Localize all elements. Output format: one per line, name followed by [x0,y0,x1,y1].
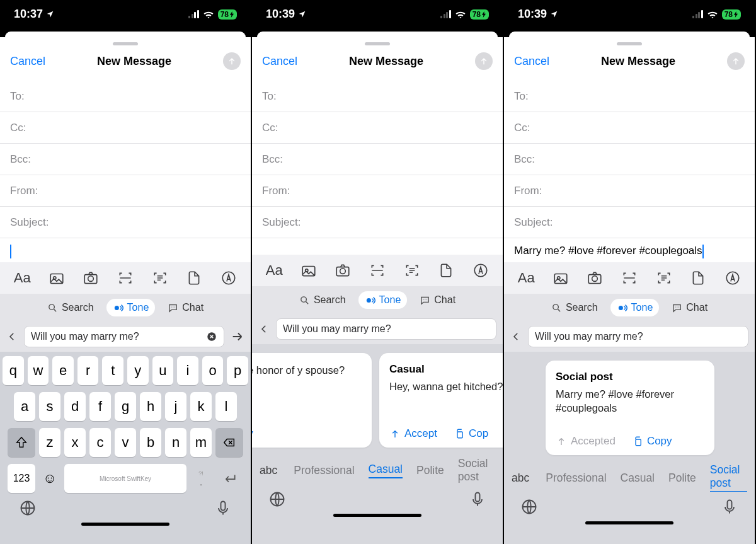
accept-button[interactable]: Accept [389,427,437,440]
camera-icon[interactable] [585,269,604,287]
key-f[interactable]: f [89,392,111,421]
key-z[interactable]: z [39,428,60,457]
key-m[interactable]: m [190,428,212,457]
key-x[interactable]: x [64,428,86,457]
tone-input[interactable]: Will you may marry me? [24,326,224,347]
cc-field[interactable]: Cc: [504,112,755,144]
chat-action[interactable]: Chat [161,299,210,316]
tone-tab-social-post[interactable]: Social post [710,463,747,492]
key-u[interactable]: u [152,356,174,385]
subject-field[interactable]: Subject: [252,207,503,238]
message-body[interactable] [252,238,503,255]
cc-field[interactable]: Cc: [0,112,251,144]
key-n[interactable]: n [165,428,186,457]
attachment-icon[interactable] [437,261,455,280]
chat-action[interactable]: Chat [665,299,714,316]
tone-input[interactable]: Will you may marry me? [528,326,748,347]
back-chevron-icon[interactable] [6,331,18,342]
sheet-grabber[interactable] [365,42,390,45]
tone-action[interactable]: Tone [358,291,408,309]
send-button[interactable] [475,52,493,70]
to-field[interactable]: To: [252,81,503,112]
live-text-icon[interactable] [655,269,673,287]
tone-card[interactable]: Social post Marry me? #love #forever #co… [546,361,714,455]
key-q[interactable]: q [3,356,24,385]
key-g[interactable]: g [115,392,136,421]
scan-icon[interactable] [368,261,387,280]
key-l[interactable]: l [215,392,237,421]
tone-tab-social-post[interactable]: Social post [458,457,495,483]
from-field[interactable]: From: [0,175,251,207]
key-k[interactable]: k [190,392,212,421]
submit-arrow-icon[interactable] [231,330,244,344]
copy-button[interactable]: Copy [632,435,672,448]
camera-icon[interactable] [81,269,100,287]
copy-button[interactable]: Cop [454,427,488,440]
chat-action[interactable]: Chat [413,291,462,309]
cancel-button[interactable]: Cancel [10,55,45,68]
format-text-icon[interactable]: Aa [13,269,32,287]
key-h[interactable]: h [140,392,161,421]
tone-tab-professional[interactable]: Professional [294,464,354,477]
home-indicator[interactable] [333,514,421,517]
key-y[interactable]: y [127,356,149,385]
globe-icon[interactable] [520,498,538,516]
tone-tab-polite[interactable]: Polite [668,472,696,485]
photo-library-icon[interactable] [551,269,570,287]
from-field[interactable]: From: [252,175,503,207]
message-body[interactable] [0,238,251,262]
key-s[interactable]: s [39,392,60,421]
key-r[interactable]: r [77,356,99,385]
search-action[interactable]: Search [41,299,100,316]
scan-icon[interactable] [116,269,135,287]
tone-tab-casual[interactable]: Casual [369,463,403,478]
markup-icon[interactable] [219,269,238,287]
tone-cards-scroller[interactable]: Social post Marry me? #love #forever #co… [504,352,755,464]
mic-icon[interactable] [721,498,738,516]
format-text-icon[interactable]: Aa [265,261,284,280]
home-indicator[interactable] [585,521,673,524]
bcc-field[interactable]: Bcc: [0,144,251,175]
message-body[interactable]: Marry me? #love #forever #couplegoals [504,238,755,262]
scan-icon[interactable] [620,269,639,287]
key-return[interactable] [215,464,243,493]
mic-icon[interactable] [469,490,486,508]
sheet-grabber[interactable] [617,42,642,45]
tone-tab-abc[interactable]: abc [512,472,529,485]
live-text-icon[interactable] [403,261,421,280]
tone-action[interactable]: Tone [106,299,156,316]
key-shift[interactable] [8,428,35,457]
to-field[interactable]: To: [504,81,755,112]
key-j[interactable]: j [165,392,186,421]
tone-cards-scroller[interactable]: o me the honor of y spouse? Copy Casual … [252,344,503,456]
markup-icon[interactable] [723,269,742,287]
cancel-button[interactable]: Cancel [262,55,297,68]
key-v[interactable]: v [115,428,136,457]
globe-icon[interactable] [19,499,37,517]
attachment-icon[interactable] [689,269,707,287]
tone-action[interactable]: Tone [610,299,660,316]
key-c[interactable]: c [89,428,111,457]
mic-icon[interactable] [214,499,232,517]
key-e[interactable]: e [52,356,74,385]
send-button[interactable] [727,52,745,70]
tone-tab-abc[interactable]: abc [260,464,277,477]
photo-library-icon[interactable] [47,269,66,287]
key-space[interactable]: Microsoft SwiftKey [64,464,186,493]
bcc-field[interactable]: Bcc: [504,144,755,175]
send-button[interactable] [223,52,241,70]
cc-field[interactable]: Cc: [252,112,503,144]
key-t[interactable]: t [102,356,123,385]
sheet-grabber[interactable] [113,42,138,45]
search-action[interactable]: Search [293,291,352,309]
key-numeric[interactable]: 123 [8,464,35,493]
to-field[interactable]: To: [0,81,251,112]
bcc-field[interactable]: Bcc: [252,144,503,175]
key-b[interactable]: b [140,428,161,457]
search-action[interactable]: Search [545,299,604,316]
copy-button[interactable]: Copy [252,427,253,440]
format-text-icon[interactable]: Aa [517,269,536,287]
key-o[interactable]: o [202,356,224,385]
cancel-button[interactable]: Cancel [514,55,549,68]
camera-icon[interactable] [333,261,352,280]
